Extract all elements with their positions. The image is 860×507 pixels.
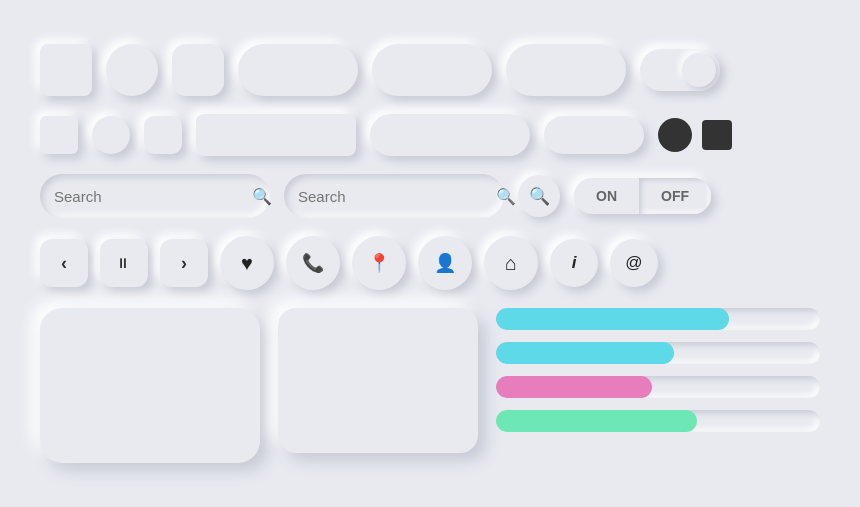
progress-fill-2 [496,342,674,364]
phone-button[interactable]: 📞 [286,236,340,290]
on-off-toggle: ON OFF [574,178,711,214]
dot-indicator [658,118,692,152]
row-search: 🔍 🔍 🔍 ON OFF [40,174,820,218]
search-icon-button[interactable]: 🔍 [518,175,560,217]
search-icon-1: 🔍 [252,187,272,206]
small-rounded[interactable] [144,116,182,154]
info-button[interactable]: i [550,239,598,287]
row-cards [40,308,820,463]
search-icon-2: 🔍 [496,187,516,206]
toggle-switch[interactable] [640,49,720,91]
pause-button[interactable]: ⏸ [100,239,148,287]
search-bar-2[interactable]: 🔍 [284,174,504,218]
progress-fill-1 [496,308,729,330]
main-container: 🔍 🔍 🔍 ON OFF ‹ ⏸ › ♥ 📞 📍 [20,24,840,483]
progress-bar-4 [496,410,820,432]
home-button[interactable]: ⌂ [484,236,538,290]
user-icon: 👤 [434,252,456,274]
home-icon: ⌂ [505,252,517,275]
rect-wide-inset[interactable] [196,114,356,156]
circle-button[interactable] [106,44,158,96]
progress-fill-4 [496,410,697,432]
at-button[interactable]: @ [610,239,658,287]
forward-icon: › [181,253,187,274]
small-circle[interactable] [92,116,130,154]
pill-button[interactable] [238,44,358,96]
progress-bar-2 [496,342,820,364]
small-square[interactable] [40,116,78,154]
pill-button-2[interactable] [372,44,492,96]
info-icon: i [572,253,577,273]
search-bar-1[interactable]: 🔍 [40,174,270,218]
square-indicator [702,120,732,150]
row-shapes [40,44,820,96]
heart-button[interactable]: ♥ [220,236,274,290]
row-shapes-2 [40,114,820,156]
search-input-1[interactable] [54,188,244,205]
progress-fill-3 [496,376,652,398]
rect-pill-inset[interactable] [370,114,530,156]
off-button[interactable]: OFF [639,178,711,214]
user-button[interactable]: 👤 [418,236,472,290]
pause-icon: ⏸ [116,255,132,271]
pill-button-3[interactable] [506,44,626,96]
small-pill[interactable] [544,116,644,154]
on-button[interactable]: ON [574,178,639,214]
heart-icon: ♥ [241,252,253,275]
location-icon: 📍 [368,252,390,274]
location-button[interactable]: 📍 [352,236,406,290]
large-card [40,308,260,463]
search-input-2[interactable] [298,188,488,205]
back-button[interactable]: ‹ [40,239,88,287]
row-icons: ‹ ⏸ › ♥ 📞 📍 👤 ⌂ i @ [40,236,820,290]
square-button[interactable] [40,44,92,96]
at-icon: @ [625,253,642,273]
search-icon-3: 🔍 [529,186,550,207]
progress-section [496,308,820,432]
phone-icon: 📞 [302,252,324,274]
back-icon: ‹ [61,253,67,274]
rounded-rect-button[interactable] [172,44,224,96]
medium-card [278,308,478,453]
toggle-knob [682,53,716,87]
progress-bar-1 [496,308,820,330]
progress-bar-3 [496,376,820,398]
forward-button[interactable]: › [160,239,208,287]
